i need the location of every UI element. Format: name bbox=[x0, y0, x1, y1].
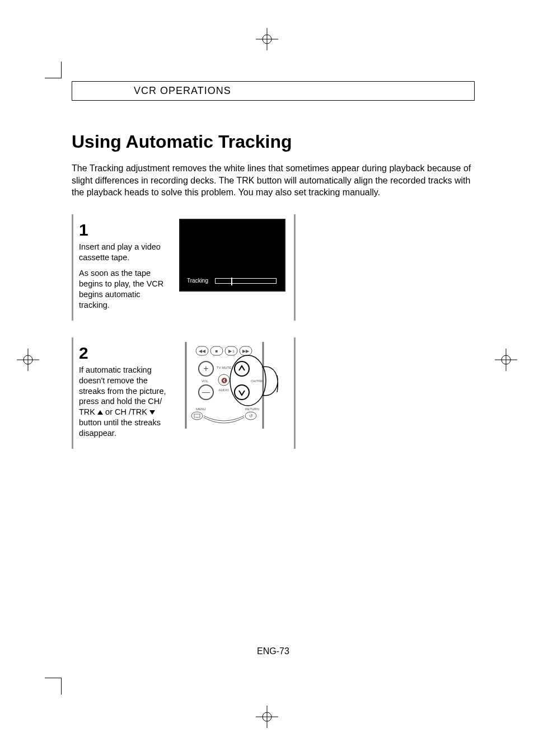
tracking-screen: Tracking bbox=[179, 219, 285, 292]
svg-text:+: + bbox=[203, 364, 208, 373]
step-2: 2 If automatic tracking doesn't remove t… bbox=[72, 337, 296, 449]
section-header-label: VCR OPERATIONS bbox=[134, 85, 231, 96]
svg-text:▶॥: ▶॥ bbox=[228, 349, 235, 354]
page-number: ENG-73 bbox=[72, 646, 475, 656]
steps-container: 1 Insert and play a video cassette tape.… bbox=[72, 214, 296, 449]
svg-text:🔇: 🔇 bbox=[221, 377, 228, 384]
vol-label: VOL bbox=[202, 379, 209, 383]
page-title: Using Automatic Tracking bbox=[72, 132, 475, 152]
remote-diagram: ◀◀ ■ ▶॥ ▶▶ + — VOL bbox=[179, 342, 285, 429]
tv-mute-label: TV MUTE bbox=[217, 366, 231, 369]
tracking-label: Tracking bbox=[187, 278, 208, 284]
menu-label: MENU bbox=[196, 407, 206, 411]
section-header-text: VCR OPERATIONS bbox=[134, 85, 231, 97]
ch-trk-down-button bbox=[235, 385, 249, 400]
up-arrow-icon bbox=[97, 410, 103, 415]
menu-button bbox=[191, 412, 203, 420]
page-content: VCR OPERATIONS Using Automatic Tracking … bbox=[72, 81, 475, 466]
tracking-bar-marker bbox=[231, 278, 232, 285]
crop-mark-bl bbox=[45, 678, 62, 694]
return-label: RETURN bbox=[245, 407, 259, 411]
step-1-para2: As soon as the tape begins to play, the … bbox=[79, 268, 171, 310]
svg-text:↺: ↺ bbox=[249, 414, 253, 419]
svg-text:▶▶: ▶▶ bbox=[242, 349, 250, 354]
transport-buttons: ◀◀ ■ ▶॥ ▶▶ bbox=[196, 346, 252, 355]
svg-text:—: — bbox=[202, 387, 210, 396]
step-2-visual: ◀◀ ■ ▶॥ ▶▶ + — VOL bbox=[179, 342, 285, 439]
ch-trk-up-button bbox=[235, 361, 249, 376]
step-1: 1 Insert and play a video cassette tape.… bbox=[72, 214, 296, 321]
tracking-bar bbox=[215, 278, 277, 284]
svg-rect-24 bbox=[194, 414, 200, 417]
registration-mark-left bbox=[17, 349, 39, 371]
ch-trk-label: CH/TRK bbox=[251, 379, 263, 383]
svg-text:◀◀: ◀◀ bbox=[199, 349, 206, 354]
step-2-text-mid: or CH /TRK bbox=[105, 407, 149, 416]
section-header: VCR OPERATIONS bbox=[72, 81, 475, 101]
step-1-visual: Tracking bbox=[179, 219, 285, 311]
step-1-para1: Insert and play a video cassette tape. bbox=[79, 242, 171, 263]
step-2-text: 2 If automatic tracking doesn't remove t… bbox=[79, 342, 171, 439]
step-1-text: 1 Insert and play a video cassette tape.… bbox=[79, 219, 171, 311]
registration-mark-right bbox=[495, 349, 517, 371]
step-2-number: 2 bbox=[79, 342, 171, 364]
down-arrow-icon bbox=[149, 410, 155, 415]
intro-text: The Tracking adjustment removes the whit… bbox=[72, 162, 475, 199]
step-2-para: If automatic tracking doesn't remove the… bbox=[79, 365, 171, 439]
registration-mark-top bbox=[256, 28, 278, 50]
crop-mark-tl bbox=[45, 62, 62, 78]
audio-label: AUDIO bbox=[218, 388, 229, 392]
registration-mark-bottom bbox=[256, 706, 278, 728]
svg-text:■: ■ bbox=[216, 349, 218, 354]
step-1-number: 1 bbox=[79, 219, 171, 241]
step-2-text-after: button until the streaks disappear. bbox=[79, 418, 161, 438]
